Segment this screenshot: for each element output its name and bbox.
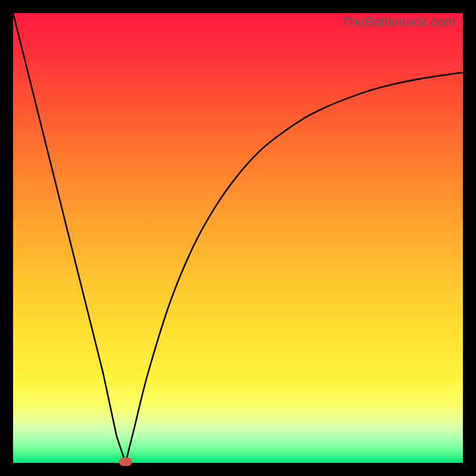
optimum-marker (119, 458, 132, 466)
chart-frame: TheBottleneck.com (0, 0, 476, 476)
plot-area: TheBottleneck.com (13, 13, 463, 463)
curve-path (13, 13, 463, 463)
bottleneck-curve (13, 13, 463, 463)
